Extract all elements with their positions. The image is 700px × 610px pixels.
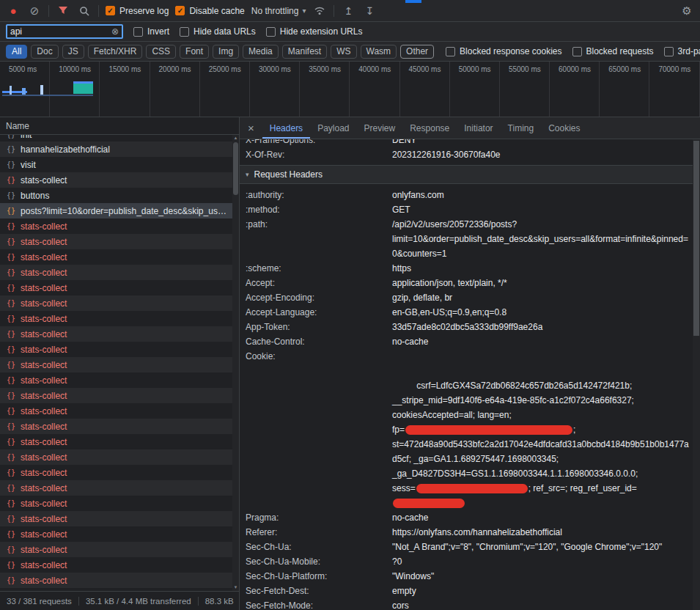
throttling-dropdown[interactable]: No throttling ▾ xyxy=(251,6,306,16)
network-filter-input[interactable] xyxy=(10,26,111,37)
details-scrollbar[interactable] xyxy=(693,139,700,610)
request-row[interactable]: {} stats-collect xyxy=(0,511,239,526)
scrollbar-thumb[interactable] xyxy=(233,142,238,195)
request-row[interactable]: {} visit xyxy=(0,157,239,172)
request-row[interactable]: {} stats-collect xyxy=(0,449,239,465)
header-name: App-Token: xyxy=(246,320,392,334)
checkbox-icon xyxy=(664,47,674,56)
export-har-button[interactable]: ↧ xyxy=(362,4,377,18)
request-name: stats-collect xyxy=(21,483,230,493)
scroll-up-icon[interactable]: ▲ xyxy=(232,135,239,142)
request-row[interactable]: {} stats-collect xyxy=(0,465,239,480)
request-row[interactable]: {} init xyxy=(0,135,239,142)
request-row[interactable]: {} stats-collect xyxy=(0,496,239,511)
type-filter-chip[interactable]: Manifest xyxy=(282,45,327,59)
type-filter-chip[interactable]: Other xyxy=(400,45,434,59)
request-type-icon: {} xyxy=(7,515,15,523)
details-tab[interactable]: Headers xyxy=(262,117,310,139)
hide-extension-urls-checkbox[interactable]: Hide extension URLs xyxy=(266,26,363,37)
clear-button[interactable]: ⊘ xyxy=(27,4,42,18)
type-filter-chip[interactable]: Media xyxy=(243,45,279,59)
request-type-icon: {} xyxy=(7,145,15,153)
request-name: stats-collect xyxy=(21,529,230,540)
search-button[interactable] xyxy=(77,4,92,18)
request-row[interactable]: {} buttons xyxy=(0,188,239,203)
header-name: Accept-Encoding: xyxy=(246,290,392,305)
settings-button[interactable]: ⚙ xyxy=(679,4,694,18)
request-headers-section-toggle[interactable]: ▾ Request Headers xyxy=(240,166,693,184)
details-tab[interactable]: Timing xyxy=(501,117,542,139)
request-name: stats-collect xyxy=(21,375,230,386)
request-name: stats-collect xyxy=(21,252,230,262)
type-filter-chip[interactable]: Doc xyxy=(31,45,58,59)
header-row: Sec-Ch-Ua: "Not_A Brand";v="8", "Chromiu… xyxy=(240,540,693,554)
request-name: buttons xyxy=(21,191,230,201)
request-row[interactable]: {} stats-collect xyxy=(0,172,239,188)
details-tab[interactable]: Payload xyxy=(310,117,356,139)
request-row[interactable]: {} stats-collect xyxy=(0,480,239,496)
timeline-tick-label: 30000 ms xyxy=(259,65,291,73)
header-value: gzip, deflate, br xyxy=(392,290,693,305)
record-button[interactable]: ● xyxy=(6,4,21,18)
request-row[interactable]: {} stats-collect xyxy=(0,573,239,588)
network-filter-checkbox[interactable]: Blocked response cookies xyxy=(446,46,561,56)
import-har-button[interactable]: ↥ xyxy=(341,4,355,18)
type-filter-chip[interactable]: Font xyxy=(180,45,209,59)
type-filter-chip[interactable]: WS xyxy=(331,45,356,59)
name-column-header[interactable]: Name xyxy=(0,117,239,135)
scrollbar-thumb[interactable] xyxy=(693,141,699,336)
filter-toggle-button[interactable] xyxy=(56,4,70,18)
network-filter-checkbox[interactable]: 3rd-party requests xyxy=(664,46,700,56)
request-row[interactable]: {} stats-collect xyxy=(0,342,239,357)
disable-cache-checkbox[interactable]: Disable cache xyxy=(175,6,244,16)
hide-data-urls-checkbox[interactable]: Hide data URLs xyxy=(180,26,256,37)
request-row[interactable]: {} stats-collect xyxy=(0,249,239,265)
overview-activity-bar xyxy=(2,95,93,96)
request-row[interactable]: {} stats-collect xyxy=(0,295,239,311)
type-filter-chip[interactable]: CSS xyxy=(146,45,176,59)
clear-filter-icon[interactable]: ⊗ xyxy=(111,26,119,37)
request-row[interactable]: {} stats-collect xyxy=(0,372,239,388)
type-filter-chip[interactable]: Img xyxy=(213,45,239,59)
request-row[interactable]: {} stats-collect xyxy=(0,234,239,249)
request-row[interactable]: {} stats-collect xyxy=(0,542,239,557)
details-tab[interactable]: Preview xyxy=(357,117,403,139)
request-row[interactable]: {} stats-collect xyxy=(0,265,239,280)
type-filter-chip[interactable]: Fetch/XHR xyxy=(88,45,143,59)
request-row[interactable]: {} stats-collect xyxy=(0,557,239,573)
request-row[interactable]: {} stats-collect xyxy=(0,434,239,449)
section-collapse-icon: ▾ xyxy=(246,171,249,178)
request-row[interactable]: {} stats-collect xyxy=(0,526,239,542)
header-value: "Not_A Brand";v="8", "Chromium";v="120",… xyxy=(392,540,693,554)
request-row[interactable]: {} stats-collect xyxy=(0,388,239,403)
request-row[interactable]: {} hannahelizabethofficial xyxy=(0,142,239,157)
chevron-down-icon: ▾ xyxy=(302,7,306,15)
request-row[interactable]: {} stats-collect xyxy=(0,357,239,372)
request-row[interactable]: {} stats-collect xyxy=(0,419,239,434)
request-row[interactable]: {} stats-collect xyxy=(0,403,239,419)
header-row: Sec-Ch-Ua-Platform: "Windows" xyxy=(240,569,693,584)
type-filter-chip[interactable]: JS xyxy=(62,45,84,59)
scroll-down-icon[interactable]: ▼ xyxy=(232,584,239,591)
network-overview-timeline[interactable]: 5000 ms10000 ms15000 ms20000 ms25000 ms3… xyxy=(0,62,700,117)
invert-checkbox[interactable]: Invert xyxy=(133,26,169,37)
type-filter-chip[interactable]: All xyxy=(6,45,27,59)
request-row[interactable]: {} stats-collect xyxy=(0,280,239,295)
details-tab[interactable]: Cookies xyxy=(541,117,587,139)
network-conditions-button[interactable] xyxy=(312,4,327,18)
header-name: Accept: xyxy=(246,276,392,290)
network-filter-checkbox[interactable]: Blocked requests xyxy=(572,46,654,56)
request-row[interactable]: {} stats-collect xyxy=(0,326,239,342)
request-list-scrollbar[interactable]: ▲ ▼ xyxy=(232,135,239,591)
request-type-icon: {} xyxy=(7,422,15,430)
request-row[interactable]: {} stats-collect xyxy=(0,311,239,326)
type-filter-chip[interactable]: Wasm xyxy=(361,45,397,59)
type-filter-chips: AllDocJSFetch/XHRCSSFontImgMediaManifest… xyxy=(6,45,434,59)
details-tab[interactable]: Response xyxy=(402,117,457,139)
request-type-icon: {} xyxy=(7,299,15,307)
details-tab[interactable]: Initiator xyxy=(457,117,500,139)
preserve-log-checkbox[interactable]: Preserve log xyxy=(106,6,169,16)
request-row[interactable]: {} stats-collect xyxy=(0,218,239,234)
close-details-button[interactable]: × xyxy=(240,117,262,139)
request-row[interactable]: {} posts?limit=10&order=publish_date_des… xyxy=(0,203,239,218)
